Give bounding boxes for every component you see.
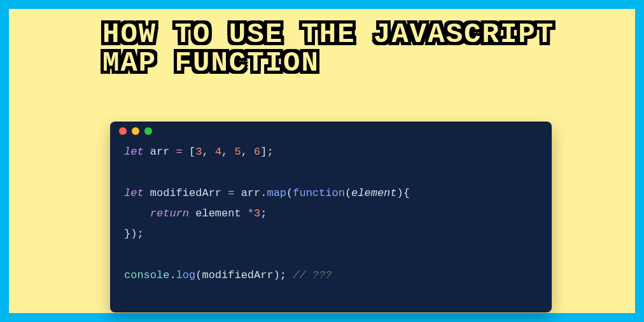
code-token: 3 — [195, 146, 202, 158]
code-token: function — [293, 187, 345, 199]
code-token: . — [260, 187, 267, 199]
code-blank — [124, 248, 130, 260]
code-token: ( — [345, 187, 351, 199]
code-token: , — [241, 146, 254, 158]
code-token: 3 — [254, 207, 260, 220]
code-token: 5 — [234, 146, 241, 158]
code-token: ) — [397, 187, 403, 199]
code-token: ]; — [260, 146, 273, 158]
code-token: = — [221, 187, 241, 199]
code-token: modifiedArr — [150, 187, 221, 199]
code-token: map — [267, 187, 286, 199]
code-token: // ??? — [293, 269, 332, 281]
code-token: }); — [124, 228, 144, 240]
code-token: arr — [150, 146, 170, 158]
code-token: ); — [274, 269, 286, 281]
code-block: let arr = [3, 4, 5, 6]; let modifiedArr … — [110, 141, 552, 300]
code-token: ( — [286, 187, 293, 199]
code-token: ; — [260, 207, 267, 220]
code-token: let — [124, 187, 144, 199]
code-token: , — [202, 146, 214, 158]
code-token: [ — [189, 146, 195, 158]
code-token: element — [195, 207, 241, 220]
code-token: * — [248, 207, 254, 220]
code-editor: let arr = [3, 4, 5, 6]; let modifiedArr … — [110, 122, 552, 312]
code-token — [241, 207, 248, 220]
code-token: 6 — [254, 146, 260, 158]
code-token: { — [403, 187, 410, 199]
code-token: , — [221, 146, 234, 158]
traffic-zoom-icon — [144, 127, 152, 135]
code-token: = — [169, 146, 189, 158]
code-token: . — [169, 269, 176, 281]
editor-titlebar — [110, 122, 552, 141]
code-token: 4 — [215, 146, 221, 158]
code-token: log — [176, 269, 196, 281]
code-token: let — [124, 146, 144, 158]
code-token: console — [124, 269, 169, 281]
code-token: ( — [195, 269, 202, 281]
code-blank — [124, 166, 130, 178]
code-token: modifiedArr — [202, 269, 273, 281]
code-token: arr — [241, 187, 261, 199]
traffic-minimize-icon — [132, 127, 139, 135]
traffic-close-icon — [119, 127, 127, 135]
code-token: element — [351, 187, 396, 199]
panel: HOW TO USE THE JAVASCRIPT MAP FUNCTION l… — [9, 9, 635, 313]
page-title: HOW TO USE THE JAVASCRIPT MAP FUNCTION — [102, 20, 561, 78]
code-token: return — [150, 207, 189, 220]
code-token — [189, 207, 195, 220]
code-token — [124, 207, 150, 220]
code-token — [286, 269, 293, 281]
